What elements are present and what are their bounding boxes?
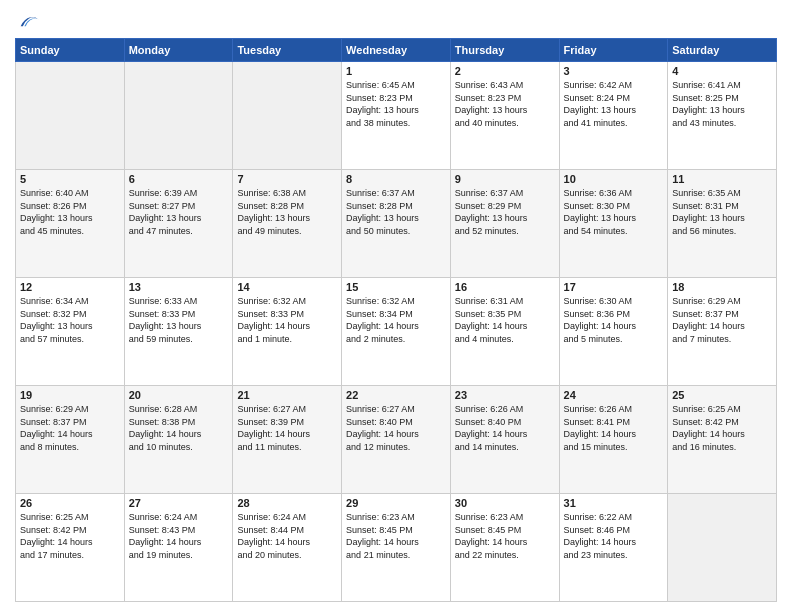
- calendar-day-15: 15Sunrise: 6:32 AM Sunset: 8:34 PM Dayli…: [342, 278, 451, 386]
- day-sun-info: Sunrise: 6:24 AM Sunset: 8:44 PM Dayligh…: [237, 511, 337, 561]
- calendar-empty-cell: [124, 62, 233, 170]
- calendar-day-8: 8Sunrise: 6:37 AM Sunset: 8:28 PM Daylig…: [342, 170, 451, 278]
- day-number: 7: [237, 173, 337, 185]
- calendar-week-row: 26Sunrise: 6:25 AM Sunset: 8:42 PM Dayli…: [16, 494, 777, 602]
- day-number: 26: [20, 497, 120, 509]
- calendar-day-26: 26Sunrise: 6:25 AM Sunset: 8:42 PM Dayli…: [16, 494, 125, 602]
- day-sun-info: Sunrise: 6:33 AM Sunset: 8:33 PM Dayligh…: [129, 295, 229, 345]
- day-sun-info: Sunrise: 6:42 AM Sunset: 8:24 PM Dayligh…: [564, 79, 664, 129]
- calendar-day-1: 1Sunrise: 6:45 AM Sunset: 8:23 PM Daylig…: [342, 62, 451, 170]
- calendar-day-5: 5Sunrise: 6:40 AM Sunset: 8:26 PM Daylig…: [16, 170, 125, 278]
- day-sun-info: Sunrise: 6:24 AM Sunset: 8:43 PM Dayligh…: [129, 511, 229, 561]
- day-sun-info: Sunrise: 6:26 AM Sunset: 8:40 PM Dayligh…: [455, 403, 555, 453]
- day-number: 4: [672, 65, 772, 77]
- day-sun-info: Sunrise: 6:26 AM Sunset: 8:41 PM Dayligh…: [564, 403, 664, 453]
- day-number: 31: [564, 497, 664, 509]
- day-number: 27: [129, 497, 229, 509]
- calendar-day-14: 14Sunrise: 6:32 AM Sunset: 8:33 PM Dayli…: [233, 278, 342, 386]
- calendar-day-4: 4Sunrise: 6:41 AM Sunset: 8:25 PM Daylig…: [668, 62, 777, 170]
- day-number: 24: [564, 389, 664, 401]
- logo-bird-icon: [17, 10, 39, 32]
- calendar-day-22: 22Sunrise: 6:27 AM Sunset: 8:40 PM Dayli…: [342, 386, 451, 494]
- calendar-day-7: 7Sunrise: 6:38 AM Sunset: 8:28 PM Daylig…: [233, 170, 342, 278]
- calendar-day-6: 6Sunrise: 6:39 AM Sunset: 8:27 PM Daylig…: [124, 170, 233, 278]
- day-sun-info: Sunrise: 6:45 AM Sunset: 8:23 PM Dayligh…: [346, 79, 446, 129]
- day-sun-info: Sunrise: 6:29 AM Sunset: 8:37 PM Dayligh…: [20, 403, 120, 453]
- day-sun-info: Sunrise: 6:40 AM Sunset: 8:26 PM Dayligh…: [20, 187, 120, 237]
- day-sun-info: Sunrise: 6:37 AM Sunset: 8:28 PM Dayligh…: [346, 187, 446, 237]
- day-number: 22: [346, 389, 446, 401]
- weekday-header-saturday: Saturday: [668, 39, 777, 62]
- calendar-week-row: 1Sunrise: 6:45 AM Sunset: 8:23 PM Daylig…: [16, 62, 777, 170]
- day-number: 17: [564, 281, 664, 293]
- day-number: 20: [129, 389, 229, 401]
- calendar-day-28: 28Sunrise: 6:24 AM Sunset: 8:44 PM Dayli…: [233, 494, 342, 602]
- calendar-day-21: 21Sunrise: 6:27 AM Sunset: 8:39 PM Dayli…: [233, 386, 342, 494]
- day-number: 16: [455, 281, 555, 293]
- calendar-day-2: 2Sunrise: 6:43 AM Sunset: 8:23 PM Daylig…: [450, 62, 559, 170]
- day-number: 30: [455, 497, 555, 509]
- weekday-header-row: SundayMondayTuesdayWednesdayThursdayFrid…: [16, 39, 777, 62]
- weekday-header-monday: Monday: [124, 39, 233, 62]
- day-sun-info: Sunrise: 6:36 AM Sunset: 8:30 PM Dayligh…: [564, 187, 664, 237]
- day-sun-info: Sunrise: 6:27 AM Sunset: 8:39 PM Dayligh…: [237, 403, 337, 453]
- day-number: 12: [20, 281, 120, 293]
- day-sun-info: Sunrise: 6:39 AM Sunset: 8:27 PM Dayligh…: [129, 187, 229, 237]
- day-sun-info: Sunrise: 6:25 AM Sunset: 8:42 PM Dayligh…: [20, 511, 120, 561]
- day-sun-info: Sunrise: 6:34 AM Sunset: 8:32 PM Dayligh…: [20, 295, 120, 345]
- day-sun-info: Sunrise: 6:29 AM Sunset: 8:37 PM Dayligh…: [672, 295, 772, 345]
- calendar-empty-cell: [233, 62, 342, 170]
- calendar-day-13: 13Sunrise: 6:33 AM Sunset: 8:33 PM Dayli…: [124, 278, 233, 386]
- calendar-day-19: 19Sunrise: 6:29 AM Sunset: 8:37 PM Dayli…: [16, 386, 125, 494]
- calendar-day-31: 31Sunrise: 6:22 AM Sunset: 8:46 PM Dayli…: [559, 494, 668, 602]
- calendar-week-row: 19Sunrise: 6:29 AM Sunset: 8:37 PM Dayli…: [16, 386, 777, 494]
- calendar-day-25: 25Sunrise: 6:25 AM Sunset: 8:42 PM Dayli…: [668, 386, 777, 494]
- day-number: 18: [672, 281, 772, 293]
- day-number: 11: [672, 173, 772, 185]
- calendar-day-24: 24Sunrise: 6:26 AM Sunset: 8:41 PM Dayli…: [559, 386, 668, 494]
- day-sun-info: Sunrise: 6:31 AM Sunset: 8:35 PM Dayligh…: [455, 295, 555, 345]
- day-number: 28: [237, 497, 337, 509]
- day-sun-info: Sunrise: 6:41 AM Sunset: 8:25 PM Dayligh…: [672, 79, 772, 129]
- calendar-empty-cell: [16, 62, 125, 170]
- calendar-day-18: 18Sunrise: 6:29 AM Sunset: 8:37 PM Dayli…: [668, 278, 777, 386]
- calendar-day-12: 12Sunrise: 6:34 AM Sunset: 8:32 PM Dayli…: [16, 278, 125, 386]
- page: SundayMondayTuesdayWednesdayThursdayFrid…: [0, 0, 792, 612]
- calendar-day-17: 17Sunrise: 6:30 AM Sunset: 8:36 PM Dayli…: [559, 278, 668, 386]
- day-number: 13: [129, 281, 229, 293]
- day-number: 29: [346, 497, 446, 509]
- day-number: 14: [237, 281, 337, 293]
- header: [15, 10, 777, 32]
- day-number: 9: [455, 173, 555, 185]
- weekday-header-thursday: Thursday: [450, 39, 559, 62]
- day-sun-info: Sunrise: 6:37 AM Sunset: 8:29 PM Dayligh…: [455, 187, 555, 237]
- day-number: 8: [346, 173, 446, 185]
- calendar-day-27: 27Sunrise: 6:24 AM Sunset: 8:43 PM Dayli…: [124, 494, 233, 602]
- day-sun-info: Sunrise: 6:32 AM Sunset: 8:33 PM Dayligh…: [237, 295, 337, 345]
- day-number: 6: [129, 173, 229, 185]
- calendar-day-29: 29Sunrise: 6:23 AM Sunset: 8:45 PM Dayli…: [342, 494, 451, 602]
- calendar-empty-cell: [668, 494, 777, 602]
- day-sun-info: Sunrise: 6:32 AM Sunset: 8:34 PM Dayligh…: [346, 295, 446, 345]
- day-sun-info: Sunrise: 6:30 AM Sunset: 8:36 PM Dayligh…: [564, 295, 664, 345]
- day-sun-info: Sunrise: 6:22 AM Sunset: 8:46 PM Dayligh…: [564, 511, 664, 561]
- day-number: 10: [564, 173, 664, 185]
- day-sun-info: Sunrise: 6:38 AM Sunset: 8:28 PM Dayligh…: [237, 187, 337, 237]
- calendar-table: SundayMondayTuesdayWednesdayThursdayFrid…: [15, 38, 777, 602]
- weekday-header-friday: Friday: [559, 39, 668, 62]
- day-number: 2: [455, 65, 555, 77]
- calendar-day-30: 30Sunrise: 6:23 AM Sunset: 8:45 PM Dayli…: [450, 494, 559, 602]
- day-sun-info: Sunrise: 6:23 AM Sunset: 8:45 PM Dayligh…: [455, 511, 555, 561]
- day-sun-info: Sunrise: 6:28 AM Sunset: 8:38 PM Dayligh…: [129, 403, 229, 453]
- day-number: 1: [346, 65, 446, 77]
- day-sun-info: Sunrise: 6:23 AM Sunset: 8:45 PM Dayligh…: [346, 511, 446, 561]
- day-number: 5: [20, 173, 120, 185]
- weekday-header-sunday: Sunday: [16, 39, 125, 62]
- weekday-header-tuesday: Tuesday: [233, 39, 342, 62]
- calendar-day-16: 16Sunrise: 6:31 AM Sunset: 8:35 PM Dayli…: [450, 278, 559, 386]
- day-number: 19: [20, 389, 120, 401]
- weekday-header-wednesday: Wednesday: [342, 39, 451, 62]
- calendar-week-row: 5Sunrise: 6:40 AM Sunset: 8:26 PM Daylig…: [16, 170, 777, 278]
- day-number: 21: [237, 389, 337, 401]
- calendar-day-11: 11Sunrise: 6:35 AM Sunset: 8:31 PM Dayli…: [668, 170, 777, 278]
